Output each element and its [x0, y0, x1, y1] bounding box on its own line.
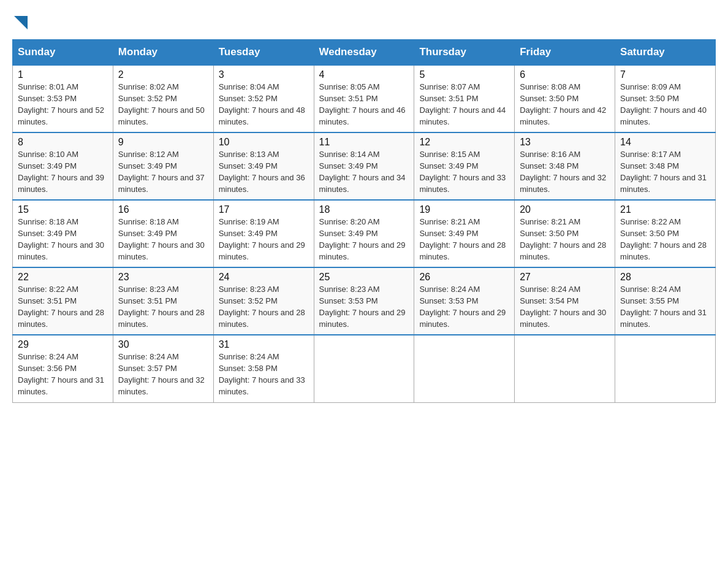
day-number: 31: [219, 339, 309, 350]
day-info: Sunrise: 8:23 AMSunset: 3:52 PMDaylight:…: [219, 285, 305, 329]
calendar-cell: [314, 335, 414, 402]
day-info: Sunrise: 8:16 AMSunset: 3:48 PMDaylight:…: [520, 150, 606, 194]
day-info: Sunrise: 8:24 AMSunset: 3:57 PMDaylight:…: [118, 352, 205, 396]
calendar-cell: 8 Sunrise: 8:10 AMSunset: 3:49 PMDayligh…: [13, 132, 113, 200]
day-info: Sunrise: 8:02 AMSunset: 3:52 PMDaylight:…: [118, 82, 205, 126]
calendar-cell: 6 Sunrise: 8:08 AMSunset: 3:50 PMDayligh…: [515, 65, 615, 132]
day-number: 24: [219, 272, 309, 283]
day-info: Sunrise: 8:13 AMSunset: 3:49 PMDaylight:…: [219, 150, 305, 194]
day-number: 29: [18, 339, 108, 350]
day-info: Sunrise: 8:14 AMSunset: 3:49 PMDaylight:…: [319, 150, 406, 194]
week-row-2: 8 Sunrise: 8:10 AMSunset: 3:49 PMDayligh…: [13, 132, 716, 200]
calendar-cell: 26 Sunrise: 8:24 AMSunset: 3:53 PMDaylig…: [414, 267, 515, 335]
day-info: Sunrise: 8:08 AMSunset: 3:50 PMDaylight:…: [520, 82, 606, 126]
day-info: Sunrise: 8:22 AMSunset: 3:50 PMDaylight:…: [620, 217, 707, 261]
day-info: Sunrise: 8:24 AMSunset: 3:56 PMDaylight:…: [18, 352, 104, 396]
day-info: Sunrise: 8:05 AMSunset: 3:51 PMDaylight:…: [319, 82, 406, 126]
day-info: Sunrise: 8:23 AMSunset: 3:53 PMDaylight:…: [319, 285, 406, 329]
day-number: 20: [520, 204, 610, 215]
day-number: 12: [419, 137, 509, 148]
week-row-5: 29 Sunrise: 8:24 AMSunset: 3:56 PMDaylig…: [13, 335, 716, 402]
calendar-cell: [615, 335, 716, 402]
day-number: 19: [419, 204, 509, 215]
calendar-cell: 31 Sunrise: 8:24 AMSunset: 3:58 PMDaylig…: [213, 335, 314, 402]
calendar-cell: 22 Sunrise: 8:22 AMSunset: 3:51 PMDaylig…: [13, 267, 113, 335]
day-info: Sunrise: 8:21 AMSunset: 3:49 PMDaylight:…: [419, 217, 506, 261]
calendar-cell: 16 Sunrise: 8:18 AMSunset: 3:49 PMDaylig…: [113, 200, 213, 267]
day-number: 13: [520, 137, 610, 148]
day-number: 1: [18, 69, 108, 80]
day-info: Sunrise: 8:04 AMSunset: 3:52 PMDaylight:…: [219, 82, 305, 126]
calendar-cell: 4 Sunrise: 8:05 AMSunset: 3:51 PMDayligh…: [314, 65, 414, 132]
calendar-cell: 23 Sunrise: 8:23 AMSunset: 3:51 PMDaylig…: [113, 267, 213, 335]
day-number: 3: [219, 69, 309, 80]
column-header-monday: Monday: [113, 40, 213, 66]
calendar-cell: 1 Sunrise: 8:01 AMSunset: 3:53 PMDayligh…: [13, 65, 113, 132]
day-number: 2: [118, 69, 208, 80]
day-info: Sunrise: 8:01 AMSunset: 3:53 PMDaylight:…: [18, 82, 104, 126]
calendar-cell: 2 Sunrise: 8:02 AMSunset: 3:52 PMDayligh…: [113, 65, 213, 132]
day-number: 7: [620, 69, 710, 80]
column-header-saturday: Saturday: [615, 40, 716, 66]
day-info: Sunrise: 8:10 AMSunset: 3:49 PMDaylight:…: [18, 150, 104, 194]
day-info: Sunrise: 8:24 AMSunset: 3:55 PMDaylight:…: [620, 285, 707, 329]
week-row-4: 22 Sunrise: 8:22 AMSunset: 3:51 PMDaylig…: [13, 267, 716, 335]
calendar-cell: 30 Sunrise: 8:24 AMSunset: 3:57 PMDaylig…: [113, 335, 213, 402]
page-header: [12, 12, 716, 29]
day-number: 25: [319, 272, 409, 283]
logo: [12, 12, 28, 29]
week-row-1: 1 Sunrise: 8:01 AMSunset: 3:53 PMDayligh…: [13, 65, 716, 132]
calendar-cell: 18 Sunrise: 8:20 AMSunset: 3:49 PMDaylig…: [314, 200, 414, 267]
calendar-cell: 19 Sunrise: 8:21 AMSunset: 3:49 PMDaylig…: [414, 200, 515, 267]
day-number: 18: [319, 204, 409, 215]
calendar-cell: 27 Sunrise: 8:24 AMSunset: 3:54 PMDaylig…: [515, 267, 615, 335]
logo-arrow-icon: [14, 16, 28, 29]
svg-marker-0: [14, 16, 28, 29]
day-number: 17: [219, 204, 309, 215]
calendar-cell: 9 Sunrise: 8:12 AMSunset: 3:49 PMDayligh…: [113, 132, 213, 200]
day-number: 8: [18, 137, 108, 148]
calendar-cell: 7 Sunrise: 8:09 AMSunset: 3:50 PMDayligh…: [615, 65, 716, 132]
day-info: Sunrise: 8:15 AMSunset: 3:49 PMDaylight:…: [419, 150, 506, 194]
column-header-wednesday: Wednesday: [314, 40, 414, 66]
calendar-cell: 5 Sunrise: 8:07 AMSunset: 3:51 PMDayligh…: [414, 65, 515, 132]
day-number: 11: [319, 137, 409, 148]
calendar-cell: 21 Sunrise: 8:22 AMSunset: 3:50 PMDaylig…: [615, 200, 716, 267]
day-info: Sunrise: 8:18 AMSunset: 3:49 PMDaylight:…: [18, 217, 104, 261]
calendar-cell: 25 Sunrise: 8:23 AMSunset: 3:53 PMDaylig…: [314, 267, 414, 335]
calendar-cell: [515, 335, 615, 402]
calendar-cell: 28 Sunrise: 8:24 AMSunset: 3:55 PMDaylig…: [615, 267, 716, 335]
calendar-cell: 11 Sunrise: 8:14 AMSunset: 3:49 PMDaylig…: [314, 132, 414, 200]
day-info: Sunrise: 8:09 AMSunset: 3:50 PMDaylight:…: [620, 82, 707, 126]
day-info: Sunrise: 8:19 AMSunset: 3:49 PMDaylight:…: [219, 217, 305, 261]
column-header-tuesday: Tuesday: [213, 40, 314, 66]
day-info: Sunrise: 8:20 AMSunset: 3:49 PMDaylight:…: [319, 217, 406, 261]
day-info: Sunrise: 8:07 AMSunset: 3:51 PMDaylight:…: [419, 82, 506, 126]
day-info: Sunrise: 8:24 AMSunset: 3:54 PMDaylight:…: [520, 285, 606, 329]
calendar-cell: 3 Sunrise: 8:04 AMSunset: 3:52 PMDayligh…: [213, 65, 314, 132]
day-number: 9: [118, 137, 208, 148]
calendar-cell: 12 Sunrise: 8:15 AMSunset: 3:49 PMDaylig…: [414, 132, 515, 200]
day-number: 23: [118, 272, 208, 283]
day-info: Sunrise: 8:18 AMSunset: 3:49 PMDaylight:…: [118, 217, 205, 261]
day-info: Sunrise: 8:22 AMSunset: 3:51 PMDaylight:…: [18, 285, 104, 329]
day-info: Sunrise: 8:12 AMSunset: 3:49 PMDaylight:…: [118, 150, 205, 194]
column-header-thursday: Thursday: [414, 40, 515, 66]
day-number: 14: [620, 137, 710, 148]
day-number: 28: [620, 272, 710, 283]
day-number: 22: [18, 272, 108, 283]
day-number: 5: [419, 69, 509, 80]
calendar-cell: 24 Sunrise: 8:23 AMSunset: 3:52 PMDaylig…: [213, 267, 314, 335]
day-info: Sunrise: 8:24 AMSunset: 3:53 PMDaylight:…: [419, 285, 506, 329]
calendar-cell: [414, 335, 515, 402]
day-info: Sunrise: 8:17 AMSunset: 3:48 PMDaylight:…: [620, 150, 707, 194]
calendar-cell: 20 Sunrise: 8:21 AMSunset: 3:50 PMDaylig…: [515, 200, 615, 267]
calendar-cell: 10 Sunrise: 8:13 AMSunset: 3:49 PMDaylig…: [213, 132, 314, 200]
day-info: Sunrise: 8:23 AMSunset: 3:51 PMDaylight:…: [118, 285, 205, 329]
day-number: 21: [620, 204, 710, 215]
day-info: Sunrise: 8:24 AMSunset: 3:58 PMDaylight:…: [219, 352, 305, 396]
column-header-friday: Friday: [515, 40, 615, 66]
day-number: 27: [520, 272, 610, 283]
day-number: 16: [118, 204, 208, 215]
day-number: 26: [419, 272, 509, 283]
